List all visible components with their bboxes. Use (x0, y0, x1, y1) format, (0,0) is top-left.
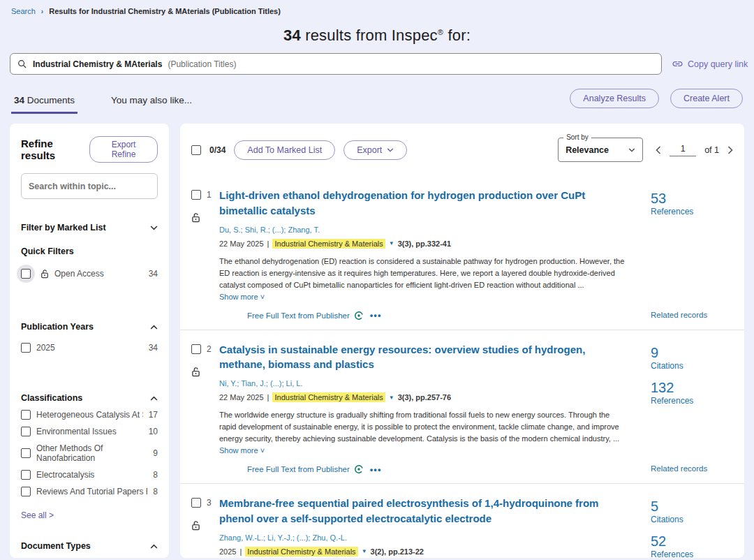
citations-value: 9 (651, 345, 733, 360)
create-alert-button[interactable]: Create Alert (670, 89, 743, 108)
export-button[interactable]: Export (343, 140, 407, 160)
page-title-text: results from Inspec (301, 27, 438, 44)
show-more-label: Show more (219, 446, 258, 455)
document-types-toggle[interactable]: Document Types (21, 541, 158, 551)
references-stat[interactable]: 132 References (651, 380, 733, 406)
result-checkbox[interactable] (191, 344, 201, 354)
references-stat[interactable]: 53 References (651, 191, 733, 216)
free-full-text-link[interactable]: Free Full Text from Publisher (247, 311, 364, 320)
add-to-marked-list-button[interactable]: Add To Marked List (234, 140, 335, 160)
result-number: 3 (207, 498, 212, 508)
page-number-input[interactable] (670, 144, 696, 156)
citations-stat[interactable]: 9 Citations (651, 345, 733, 371)
classification-label: Electrocatalysis (36, 470, 94, 480)
citations-stat[interactable]: 5 Citations (651, 499, 733, 524)
search-within-topic-input[interactable] (21, 173, 158, 199)
fulltext-row: Free Full Text from Publisher ••• (247, 311, 633, 320)
show-more-label: Show more (219, 293, 258, 301)
show-more-link[interactable]: Show more ˅ (219, 446, 265, 455)
export-button-label: Export (357, 145, 382, 155)
classification-count: 8 (153, 487, 158, 496)
result-issue: 3(3), pp.257-76 (398, 393, 451, 401)
copy-link-label: Copy query link (688, 59, 748, 69)
tab-you-may-also-like[interactable]: You may also like... (108, 91, 195, 114)
filter-by-marked-list-toggle[interactable]: Filter by Marked List (21, 223, 158, 233)
next-page-icon[interactable] (727, 146, 733, 154)
classification-label: Heterogeneous Catalysis At Surfaces ... (36, 410, 143, 420)
free-full-text-link[interactable]: Free Full Text from Publisher (247, 464, 364, 474)
related-records-link[interactable]: Related records (651, 311, 733, 320)
classification-checkbox[interactable] (21, 427, 31, 436)
journal-dropdown-icon[interactable]: ▼ (362, 548, 367, 554)
result-body: Catalysis in sustainable energy resource… (219, 342, 651, 475)
classification-count: 9 (153, 448, 158, 458)
result-item: 3 Membrane-free sequential paired electr… (180, 483, 744, 558)
result-journal[interactable]: Industrial Chemistry & Materials (272, 239, 385, 249)
journal-dropdown-icon[interactable]: ▼ (389, 395, 394, 401)
meta-separator: | (267, 240, 269, 248)
result-item: 1 Light-driven ethanol dehydrogenation f… (180, 176, 744, 330)
search-query-box[interactable]: Industrial Chemistry & MAterials (Public… (10, 53, 662, 75)
open-access-checkbox[interactable] (21, 269, 31, 279)
more-options-icon[interactable]: ••• (370, 311, 382, 320)
filter-classification: Electrocatalysis 8 (21, 470, 158, 480)
tab-documents-count: 34 (14, 95, 24, 105)
copy-query-link[interactable]: Copy query link (672, 58, 748, 70)
references-label: References (651, 550, 733, 558)
result-title-link[interactable]: Light-driven ethanol dehydrogenation for… (219, 188, 633, 219)
result-authors[interactable]: Zhang, W.-L.; Li, Y.-J.; (...); Zhu, Q.-… (219, 533, 633, 542)
results-count: 34 (283, 27, 301, 44)
result-authors[interactable]: Ni, Y.; Tian, J.; (...); Li, L. (219, 379, 633, 388)
classifications-toggle[interactable]: Classifications (21, 393, 158, 403)
classification-checkbox[interactable] (21, 448, 31, 458)
analyze-results-button[interactable]: Analyze Results (570, 89, 659, 108)
export-refine-button[interactable]: Export Refine (89, 136, 158, 163)
sort-by-value: Relevance (566, 145, 609, 155)
lock-open-icon (191, 520, 219, 531)
result-checkbox[interactable] (191, 498, 201, 508)
see-all-link[interactable]: See all > (21, 510, 158, 520)
year-2025-checkbox[interactable] (21, 343, 31, 353)
fulltext-row: Free Full Text from Publisher ••• (247, 464, 633, 474)
publication-years-toggle[interactable]: Publication Years (21, 322, 158, 332)
result-checkbox[interactable] (191, 190, 201, 200)
journal-dropdown-icon[interactable]: ▼ (389, 240, 394, 246)
breadcrumb-current: Results for Industrial Chemistry & MAter… (49, 7, 281, 15)
classification-checkbox[interactable] (21, 487, 31, 496)
tabs-row: 34 Documents You may also like... Analyz… (11, 89, 743, 114)
meta-separator: | (239, 547, 242, 556)
lock-open-icon (40, 269, 49, 279)
result-journal[interactable]: Industrial Chemistry & Materials (245, 547, 357, 557)
full-text-icon (354, 464, 364, 474)
classifications-label: Classifications (21, 393, 82, 403)
tab-documents[interactable]: 34 Documents (11, 91, 77, 114)
page-title: 34 results from Inspec® for: (0, 27, 754, 45)
prev-page-icon[interactable] (656, 146, 661, 154)
chevron-up-icon (150, 544, 158, 549)
result-abstract-text: The worldwide energy structure is gradua… (219, 411, 619, 443)
related-records-link[interactable]: Related records (651, 464, 733, 474)
select-all-checkbox[interactable] (191, 145, 201, 155)
citations-value: 5 (651, 499, 733, 514)
page-title-suffix: for: (443, 27, 471, 44)
result-authors[interactable]: Du, S.; Shi, R.; (...); Zhang, T. (219, 226, 633, 234)
breadcrumb-search-link[interactable]: Search (11, 7, 36, 15)
classification-checkbox[interactable] (21, 470, 31, 480)
show-more-link[interactable]: Show more ˅ (219, 293, 265, 301)
chevron-down-icon (628, 148, 635, 152)
classification-label: Other Methods Of Nanofabrication (36, 443, 147, 463)
result-number: 2 (207, 344, 212, 354)
result-stats-column: 9 Citations 132 References Related recor… (651, 342, 733, 475)
more-options-icon[interactable]: ••• (370, 465, 382, 474)
references-stat[interactable]: 52 References (651, 533, 733, 558)
sort-by-select[interactable]: Sort by Relevance (558, 138, 643, 162)
result-title-link[interactable]: Membrane-free sequential paired electros… (219, 496, 633, 526)
filter-year-2025: 2025 34 (21, 343, 158, 353)
search-row: Industrial Chemistry & MAterials (Public… (10, 53, 744, 75)
result-title-link[interactable]: Catalysis in sustainable energy resource… (219, 342, 633, 373)
classification-count: 8 (153, 470, 158, 480)
result-journal[interactable]: Industrial Chemistry & Materials (272, 392, 385, 402)
classification-checkbox[interactable] (21, 410, 31, 420)
free-full-text-label: Free Full Text from Publisher (247, 311, 350, 320)
result-date: 2025 (219, 547, 236, 556)
